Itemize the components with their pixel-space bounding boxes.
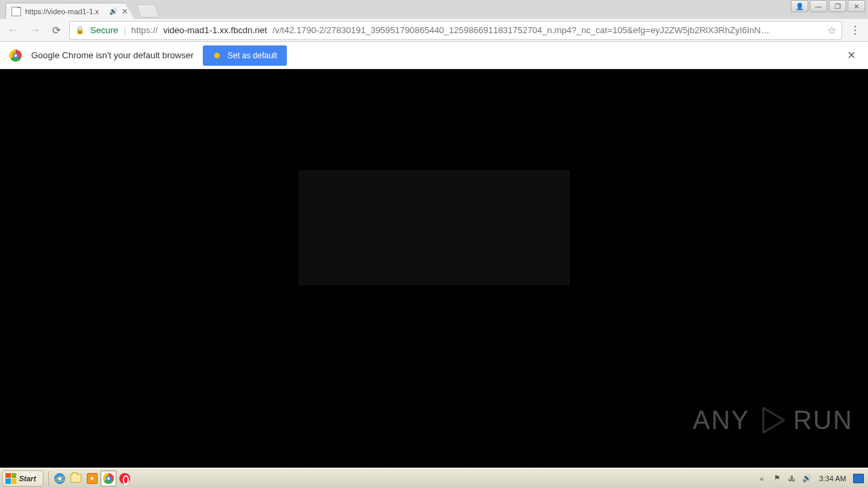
- user-button[interactable]: 👤: [791, 0, 808, 12]
- bookmark-star-icon[interactable]: ☆: [827, 24, 836, 37]
- taskbar-chrome[interactable]: [100, 470, 117, 487]
- infobar-close-icon[interactable]: ✕: [844, 46, 859, 64]
- video-player[interactable]: [298, 170, 570, 285]
- quicklaunch-ie[interactable]: [52, 470, 68, 487]
- maximize-button[interactable]: ❐: [829, 0, 846, 12]
- ie-icon: [54, 473, 65, 484]
- url-path: /v/t42.1790-2/27830191_395951790865440_1…: [273, 25, 819, 35]
- svg-marker-0: [763, 408, 784, 432]
- quicklaunch-media-player[interactable]: [84, 470, 100, 487]
- watermark-right: RUN: [793, 406, 853, 435]
- tray-network-icon[interactable]: 🖧: [787, 473, 797, 484]
- play-outline-icon: [755, 404, 788, 436]
- set-as-default-button[interactable]: Set as default: [203, 45, 286, 66]
- audio-icon[interactable]: 🔊: [109, 7, 117, 15]
- browser-tab[interactable]: https://video-mad1-1.x 🔊 ✕: [5, 3, 134, 19]
- system-tray: « ⚑ 🖧 🔊 3:34 AM: [753, 473, 868, 484]
- show-desktop-button[interactable]: [853, 474, 864, 483]
- new-tab-button[interactable]: [136, 4, 159, 18]
- address-bar[interactable]: 🔒 Secure | https://video-mad1-1.xx.fbcdn…: [69, 21, 842, 40]
- tab-strip: https://video-mad1-1.x 🔊 ✕: [0, 0, 868, 19]
- tab-title: https://video-mad1-1.x: [25, 7, 105, 16]
- secure-label: Secure: [90, 25, 118, 35]
- infobar-message: Google Chrome isn't your default browser: [31, 50, 193, 60]
- start-label: Start: [19, 474, 36, 483]
- anyrun-watermark: ANY RUN: [693, 404, 853, 436]
- set-default-label: Set as default: [227, 51, 277, 60]
- taskbar: Start « ⚑ 🖧 🔊 3:34 AM: [0, 468, 868, 488]
- quicklaunch-separator: [48, 471, 49, 486]
- media-player-icon: [87, 473, 98, 484]
- opera-icon: [119, 473, 130, 484]
- url-protocol: https://: [132, 25, 158, 35]
- taskbar-clock[interactable]: 3:34 AM: [816, 474, 849, 483]
- window-controls: 👤 — ❐ ✕: [791, 0, 865, 12]
- tray-volume-icon[interactable]: 🔊: [802, 473, 812, 484]
- default-browser-infobar: Google Chrome isn't your default browser…: [0, 42, 868, 69]
- reload-button[interactable]: ⟳: [47, 22, 65, 39]
- quicklaunch-explorer[interactable]: [68, 470, 84, 487]
- lock-icon: 🔒: [75, 26, 85, 35]
- url-host: video-mad1-1.xx.fbcdn.net: [163, 25, 267, 35]
- shield-icon: [212, 51, 222, 60]
- watermark-left: ANY: [693, 406, 750, 435]
- page-content: ANY RUN: [0, 69, 868, 468]
- chrome-menu-button[interactable]: ⋮: [846, 22, 864, 39]
- chrome-small-icon: [103, 473, 114, 484]
- back-button[interactable]: ←: [4, 22, 22, 39]
- browser-toolbar: ← → ⟳ 🔒 Secure | https://video-mad1-1.xx…: [0, 19, 868, 42]
- page-icon: [12, 7, 21, 16]
- quicklaunch-opera[interactable]: [117, 470, 133, 487]
- tray-expand-icon[interactable]: «: [757, 473, 768, 484]
- minimize-button[interactable]: —: [810, 0, 827, 12]
- windows-flag-icon: [5, 473, 16, 484]
- folder-icon: [71, 474, 81, 483]
- separator: |: [123, 25, 125, 35]
- start-button[interactable]: Start: [2, 470, 43, 487]
- chrome-icon: [9, 49, 22, 62]
- close-window-button[interactable]: ✕: [848, 0, 865, 12]
- forward-button[interactable]: →: [26, 22, 43, 39]
- close-tab-icon[interactable]: ✕: [121, 7, 128, 16]
- tray-flag-icon[interactable]: ⚑: [772, 473, 783, 484]
